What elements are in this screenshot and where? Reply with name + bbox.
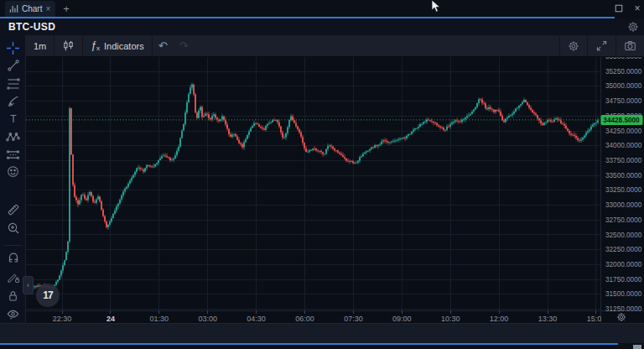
svg-text:35500.0000: 35500.0000 xyxy=(605,57,642,60)
svg-text:07:30: 07:30 xyxy=(344,315,363,323)
fullscreen-icon[interactable] xyxy=(588,35,615,56)
sidebar-separator xyxy=(4,245,22,246)
svg-text:03:00: 03:00 xyxy=(198,315,217,323)
tool-zoom-in-icon[interactable] xyxy=(3,220,23,237)
svg-text:33000.0000: 33000.0000 xyxy=(605,201,642,209)
bottom-strip xyxy=(0,345,644,349)
chart-toolbar: 1m ƒx Indicators ↶ ↷ xyxy=(26,35,644,57)
candles-layer xyxy=(34,82,599,290)
svg-text:32250.0000: 32250.0000 xyxy=(605,246,642,253)
tool-drawing-mode-icon[interactable] xyxy=(3,268,23,285)
svg-text:35250.0000: 35250.0000 xyxy=(605,68,642,76)
resize-handle[interactable] xyxy=(633,345,641,349)
svg-text:31500.0000: 31500.0000 xyxy=(605,290,642,298)
svg-text:34428.5000: 34428.5000 xyxy=(603,117,640,124)
tab-close-icon[interactable]: × xyxy=(45,5,50,13)
svg-text:31750.0000: 31750.0000 xyxy=(605,276,642,284)
svg-text:04:30: 04:30 xyxy=(247,315,266,323)
tool-crosshair-icon[interactable] xyxy=(3,39,23,56)
mouse-cursor xyxy=(431,0,442,13)
trading-chart-window: Chart × + × BTC-USD 1m ƒx Indicators ↶ ↷ xyxy=(0,0,644,349)
camera-snapshot-icon[interactable] xyxy=(616,35,644,56)
tradingview-logo[interactable]: 17 xyxy=(36,284,60,307)
top-accent-line xyxy=(0,17,615,18)
svg-text:10:30: 10:30 xyxy=(441,315,460,323)
undo-arrow-icon[interactable]: ↶ xyxy=(153,39,174,52)
chart-tab-icon xyxy=(9,4,18,13)
chart-area[interactable]: 35500.000035250.000035000.000034750.0000… xyxy=(0,57,644,323)
new-tab-button[interactable]: + xyxy=(59,0,74,17)
svg-text:32000.0000: 32000.0000 xyxy=(605,261,642,268)
interval-button[interactable]: 1m xyxy=(26,35,54,56)
tool-magnet-icon[interactable] xyxy=(3,249,23,266)
svg-text:34250.0000: 34250.0000 xyxy=(605,128,642,135)
window-close-button[interactable]: × xyxy=(629,0,644,17)
fx-icon: ƒx xyxy=(91,39,100,52)
svg-text:32500.0000: 32500.0000 xyxy=(605,232,642,239)
titlebar: Chart × + × xyxy=(0,0,644,17)
tool-hide-all-icon[interactable] xyxy=(3,305,23,322)
bottom-panel-bar: × xyxy=(0,323,644,343)
svg-text:34000.0000: 34000.0000 xyxy=(605,142,642,149)
redo-arrow-icon: ↷ xyxy=(174,39,195,52)
tool-fib-retracement-icon[interactable] xyxy=(3,76,23,92)
tool-text-icon[interactable]: T xyxy=(3,111,23,128)
svg-text:33500.0000: 33500.0000 xyxy=(605,172,642,180)
time-axis: 22:302401:3003:0004:3006:0007:3009:0010:… xyxy=(53,310,605,323)
tab-chart[interactable]: Chart × xyxy=(5,1,55,17)
price-axis: 35500.000035250.000035000.000034750.0000… xyxy=(605,57,642,313)
window-maximize-button[interactable] xyxy=(610,0,627,17)
svg-text:32750.0000: 32750.0000 xyxy=(605,216,642,224)
svg-text:T: T xyxy=(10,113,17,125)
gear-icon[interactable] xyxy=(627,21,641,34)
tool-brush-icon[interactable] xyxy=(3,93,23,110)
svg-text:06:00: 06:00 xyxy=(295,315,314,323)
symbol-bar: BTC-USD xyxy=(0,18,644,35)
svg-text:33750.0000: 33750.0000 xyxy=(605,157,642,164)
tool-ruler-icon[interactable] xyxy=(3,201,23,218)
svg-text:34750.0000: 34750.0000 xyxy=(605,97,642,105)
last-price-label: 34428.5000 xyxy=(601,115,643,125)
svg-text:01:30: 01:30 xyxy=(150,315,169,323)
candle-style-button[interactable] xyxy=(55,35,82,56)
tool-emoji-icon[interactable] xyxy=(3,163,23,180)
svg-text:13:30: 13:30 xyxy=(538,315,558,323)
indicators-button[interactable]: ƒx Indicators xyxy=(83,35,151,56)
svg-text:22:30: 22:30 xyxy=(53,315,72,323)
svg-text:09:00: 09:00 xyxy=(392,315,412,323)
svg-text:35000.0000: 35000.0000 xyxy=(605,82,642,90)
chart-settings-gear-icon[interactable] xyxy=(560,35,587,56)
tab-label: Chart xyxy=(22,4,42,13)
svg-text:33250.0000: 33250.0000 xyxy=(605,186,642,194)
svg-text:12:00: 12:00 xyxy=(490,315,509,323)
svg-text:24: 24 xyxy=(106,315,115,323)
tool-long-position-icon[interactable] xyxy=(3,146,23,163)
sidebar-collapse-button[interactable]: ‹ xyxy=(23,276,34,294)
indicators-label: Indicators xyxy=(104,41,144,51)
symbol-title: BTC-USD xyxy=(8,21,55,33)
tool-trend-line-icon[interactable] xyxy=(3,57,23,74)
tool-xabcd-pattern-icon[interactable] xyxy=(3,128,23,145)
tool-lock-all-icon[interactable] xyxy=(3,287,23,304)
